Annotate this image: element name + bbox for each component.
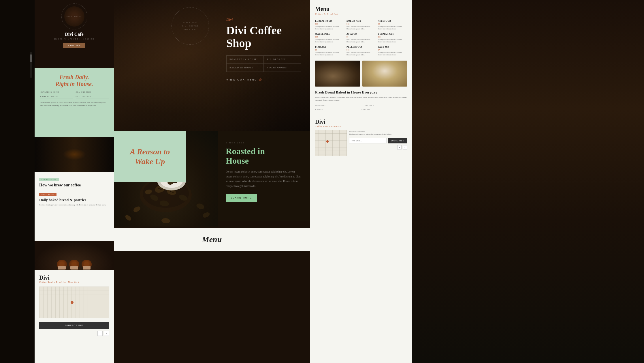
- explore-button[interactable]: EXPLORE: [63, 43, 85, 48]
- menu-item-9: FACT JSR $7 Nulla porttitor accumsan tin…: [378, 46, 407, 56]
- subscribe-button[interactable]: SUBSCRIBE: [39, 322, 109, 329]
- right-subscribe-button[interactable]: SUBSCRIBE: [388, 138, 407, 143]
- menu-arrow-icon: ⊙: [259, 78, 263, 82]
- fresh-daily-card: Fresh Daily.Right in House. HEALTH IN MI…: [35, 68, 114, 137]
- fresh-item-1: HEALTH IN MIND: [40, 91, 73, 94]
- wakeup-card: A Reason toWake Up: [114, 131, 186, 182]
- right-map-grid: [315, 130, 347, 156]
- right-divi-map: [315, 130, 347, 156]
- view-menu-button[interactable]: VIEW OUR MENU ⊙: [226, 78, 263, 82]
- fresh-daily-title: Fresh Daily.Right in House.: [40, 74, 109, 87]
- hero-main-title: Divi CoffeeShop: [226, 24, 301, 50]
- view-menu-label: VIEW OUR MENU: [226, 78, 257, 81]
- hero-logo-badge: SINCE 2002·DIVI COFFEE·ROASTERS: [172, 7, 209, 45]
- subscribe-form: SUBSCRIBE: [349, 138, 407, 143]
- hero-hero-area: SINCE 2002·DIVI COFFEE·ROASTERS Divi Div…: [114, 0, 310, 131]
- muffin-3: [82, 260, 92, 268]
- scroll-thumb: [30, 54, 32, 62]
- attr-baked: BAKED IN HOUSE: [227, 64, 264, 72]
- blog-desc: Cosibur deunt apart amet consectetur adi…: [39, 203, 109, 206]
- menu-item-6: LUNMAR CES $11 Nulla porttitor accumsan …: [378, 33, 407, 43]
- bread-card-desc: Lorem ipsum dolor sit amet, consectetur …: [315, 96, 407, 102]
- menu-items-grid: LOREM IPSUM $10 Nulla porttitor accumsan…: [315, 20, 407, 56]
- wakeup-title: A Reason toWake Up: [130, 147, 170, 166]
- right-menu-category: Coffee & Breakfast: [315, 13, 407, 16]
- bread-bag-image: [362, 61, 407, 87]
- coffee-machine-card: [35, 137, 114, 172]
- scroll-indicator[interactable]: [30, 52, 32, 78]
- right-divi-section: Divi Coffee Road • Brooklyn Brooklyn, Ne…: [310, 114, 412, 162]
- muffin-2: [69, 260, 79, 268]
- menu-item-2: DOLOR AMT $12 Nulla porttitor accumsan t…: [347, 20, 376, 30]
- nav-arrows: ‹ ›: [39, 331, 109, 336]
- meta-2: 1 LOAFS DAILY: [361, 104, 407, 107]
- logo-ring: DIVI COFFEE: [61, 3, 87, 29]
- right-menu-title: Menu: [315, 6, 407, 12]
- divi-footer-subtitle: Coffee Road • Brooklyn, New York: [39, 281, 109, 284]
- pastries-dark-card: [35, 241, 114, 270]
- machine-glow: [63, 149, 86, 160]
- hero-attributes: ROASTED IN HOUSE ALL ORGANIC BAKED IN HO…: [226, 55, 301, 72]
- roasted-since: SINCE 2002: [226, 142, 302, 144]
- blog-title-2: Daily baked bread & pastries: [39, 198, 109, 202]
- fresh-body-text: Cosibur deunt apart et et cosaw bend. Pr…: [40, 101, 109, 107]
- fresh-item-4: GLUTEN FREE: [76, 95, 109, 98]
- fresh-item-3: MADE IN HOUSE: [40, 95, 73, 98]
- divi-footer-title: Divi: [39, 274, 109, 281]
- roasted-title: Roasted inHouse: [226, 146, 302, 165]
- attr-vegan: VEGAN GOODS: [264, 64, 301, 72]
- blog-tag-1: SUGAR CHEST: [39, 178, 59, 181]
- attr-organic: ALL ORGANIC: [264, 56, 301, 64]
- nav-prev-button[interactable]: ‹: [97, 331, 103, 336]
- divi-map: [39, 287, 109, 318]
- bread-basket-image: [315, 61, 360, 87]
- email-input[interactable]: [349, 138, 387, 143]
- hero-logo-text: SINCE 2002·DIVI COFFEE·ROASTERS: [181, 21, 200, 31]
- blog-title-1: How we brew our coffee: [39, 183, 109, 188]
- menu-food-images: [315, 61, 407, 87]
- bread-meta-grid: FROM WHEAT 1 LOAFS DAILY & BAKED FIRST R…: [315, 104, 407, 111]
- menu-item-3: ATFET JOR $8 Nulla porttitor accumsan ti…: [378, 20, 407, 30]
- learn-more-button[interactable]: LEARN MORE: [226, 194, 257, 202]
- menu-item-4: MABEL IOLL $14 Nulla porttitor accumsan …: [315, 33, 344, 43]
- roasted-card: SINCE 2002 Roasted inHouse Lorem ipsum d…: [218, 131, 310, 221]
- hero-brand-label: Divi: [226, 17, 301, 22]
- fresh-items-grid: HEALTH IN MIND ALL ORGANIC MADE IN HOUSE…: [40, 91, 109, 98]
- nav-next-button[interactable]: ›: [104, 331, 109, 336]
- meta-3: & BAKED: [315, 108, 361, 111]
- machine-visual: [35, 137, 114, 172]
- menu-item-8: PELLENTOUS $13 Nulla porttitor accumsan …: [347, 46, 376, 56]
- divi-footer-card: Divi Coffee Road • Brooklyn, New York SU…: [35, 270, 114, 363]
- far-right-dark-bg: [412, 0, 644, 363]
- bread-card-title: Fresh Bread Baked in House Everyday: [315, 90, 407, 95]
- attr-roasted: ROASTED IN HOUSE: [227, 56, 264, 64]
- logo-inner: DIVI COFFEE: [64, 6, 84, 27]
- map-grid: [39, 287, 109, 318]
- svg-point-14: [202, 211, 210, 218]
- cafe-subtitle: Baked // Brewed // Toasted: [54, 38, 94, 40]
- cards-column: DIVI COFFEE Divi Cafe Baked // Brewed //…: [35, 0, 114, 363]
- bread-card-info: Fresh Bread Baked in House Everyday Lore…: [315, 90, 407, 111]
- meta-4: FIRST RISE: [361, 108, 407, 111]
- pastries-visual: [35, 241, 114, 270]
- menu-item-1: LOREM IPSUM $10 Nulla porttitor accumsan…: [315, 20, 344, 30]
- menu-item-5: AT ALUM $9 Nulla porttitor accumsan tinc…: [347, 33, 376, 43]
- hero-text-area: Divi Divi CoffeeShop ROASTED IN HOUSE AL…: [223, 14, 304, 85]
- menu-item-7: PIAB AGI $8 Nulla porttitor accumsan tin…: [315, 46, 344, 56]
- cafe-logo-card: DIVI COFFEE Divi Cafe Baked // Brewed //…: [35, 0, 114, 68]
- menu-label: Menu: [202, 235, 222, 244]
- right-nav-prev[interactable]: ‹: [397, 145, 402, 149]
- muffin-1: [57, 260, 67, 268]
- menu-label-bar: Menu: [114, 228, 310, 251]
- cafe-title: Divi Cafe: [65, 32, 83, 37]
- divi-right-form-area: Brooklyn, New YorkFind us on the map or …: [349, 130, 407, 149]
- fresh-item-2: ALL ORGANIC: [76, 91, 109, 94]
- roasted-body: Lorem ipsum dolor sit amet, consectetur …: [226, 169, 302, 189]
- right-nav-next[interactable]: ›: [403, 145, 407, 149]
- divi-content-row: Brooklyn, New YorkFind us on the map or …: [315, 130, 407, 156]
- svg-point-12: [196, 203, 205, 210]
- far-left-edge: [0, 0, 35, 363]
- blog-tag-2: READ MORE: [39, 193, 57, 196]
- hero-column: SINCE 2002·DIVI COFFEE·ROASTERS Divi Div…: [114, 0, 310, 363]
- right-divi-title: Divi: [315, 119, 407, 125]
